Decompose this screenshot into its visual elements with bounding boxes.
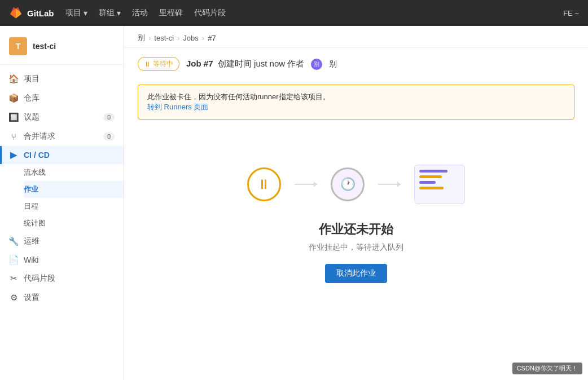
- sidebar-item-wiki-label: Wiki: [24, 255, 38, 264]
- nav-groups[interactable]: 群组 ▾: [99, 8, 121, 18]
- sidebar-item-snippets[interactable]: ✂ 代码片段: [0, 269, 124, 288]
- sidebar-item-repo-label: 仓库: [24, 93, 40, 103]
- warning-box: 此作业被卡住，因为没有任何活动runner指定给该项目。 转到 Runners …: [138, 85, 574, 120]
- illus-line-4: [419, 187, 444, 189]
- chevron-down-icon: ▾: [84, 8, 87, 17]
- layout: T test-ci 🏠 项目 📦 仓库 🔲 议题 0 ⑂ 合并请求 0: [0, 26, 588, 380]
- snippets-icon: ✂: [9, 274, 18, 283]
- sidebar-cicd-subitems: 流水线 作业 日程 统计图: [0, 164, 124, 232]
- sidebar-item-jobs[interactable]: 作业: [24, 181, 124, 198]
- watermark: CSDN@你欠了明天！: [512, 363, 582, 374]
- breadcrumb-sep-1: ›: [148, 34, 151, 42]
- cicd-icon: ▶: [9, 151, 18, 160]
- illus-connector-2: [378, 184, 401, 185]
- sidebar-item-snippets-label: 代码片段: [24, 273, 55, 284]
- sidebar-item-issues[interactable]: 🔲 议题 0: [0, 108, 124, 127]
- sidebar-item-ops[interactable]: 🔧 运维: [0, 232, 124, 251]
- sidebar-item-repo[interactable]: 📦 仓库: [0, 89, 124, 108]
- runners-link[interactable]: 转到 Runners 页面: [147, 103, 208, 111]
- sidebar-item-cicd-label: CI / CD: [24, 151, 50, 160]
- repo-icon: 📦: [9, 94, 18, 103]
- nav-groups-label: 群组: [99, 8, 115, 18]
- fe-label: FE ~: [563, 9, 579, 17]
- nav-activity-label: 活动: [132, 8, 148, 18]
- breadcrumb-sep-3: ›: [202, 34, 204, 42]
- job-created-label: 创建时间: [218, 59, 252, 68]
- nav-snippets-label: 代码片段: [194, 8, 226, 18]
- breadcrumb-item-current: #7: [208, 34, 216, 42]
- nav-milestones[interactable]: 里程碑: [159, 8, 183, 18]
- nav-milestones-label: 里程碑: [159, 8, 183, 18]
- settings-icon: ⚙: [9, 293, 18, 302]
- sidebar-item-mergerequests[interactable]: ⑂ 合并请求 0: [0, 127, 124, 146]
- project-name: test-ci: [33, 42, 56, 51]
- illustration-icons: ⏸ 🕐: [247, 165, 465, 204]
- sidebar-section: 🏠 项目 📦 仓库 🔲 议题 0 ⑂ 合并请求 0 ▶ CI /: [0, 65, 124, 312]
- illus-list-card: [414, 165, 465, 204]
- illus-line-2: [419, 175, 442, 178]
- job-created-time: just now: [254, 59, 285, 68]
- nav-activity[interactable]: 活动: [132, 8, 148, 18]
- mergerequests-icon: ⑂: [9, 132, 18, 141]
- sidebar: T test-ci 🏠 项目 📦 仓库 🔲 议题 0 ⑂ 合并请求 0: [0, 26, 124, 380]
- job-status-subtitle: 作业挂起中，等待进入队列: [309, 242, 403, 253]
- job-id: #7: [204, 59, 213, 68]
- cancel-job-button[interactable]: 取消此作业: [325, 264, 387, 283]
- nav-projects-label: 项目: [65, 8, 81, 18]
- breadcrumb-item-root[interactable]: 别: [138, 33, 145, 43]
- illus-pause-circle: ⏸: [247, 167, 281, 201]
- author-name: 别: [329, 59, 337, 69]
- sidebar-item-ops-label: 运维: [24, 236, 40, 246]
- sidebar-item-project-label: 项目: [24, 74, 40, 84]
- sidebar-item-schedules-label: 日程: [24, 201, 38, 211]
- job-illustration: ⏸ 🕐 作业还未开始 作业挂起中，等待进入队列 取消此作业: [124, 153, 588, 283]
- gitlab-logo[interactable]: GitLab: [9, 6, 54, 20]
- breadcrumb-sep-2: ›: [177, 34, 179, 42]
- breadcrumb-item-project[interactable]: test-ci: [154, 34, 174, 42]
- sidebar-project: T test-ci: [0, 32, 124, 65]
- avatar: T: [9, 37, 27, 55]
- warning-text: 此作业被卡住，因为没有任何活动runner指定给该项目。: [147, 92, 330, 101]
- ops-icon: 🔧: [9, 237, 18, 246]
- author-avatar: 别: [311, 59, 322, 70]
- illus-clock-circle: 🕐: [331, 167, 365, 201]
- issues-badge: 0: [103, 113, 115, 121]
- sidebar-item-settings-label: 设置: [24, 293, 40, 303]
- sidebar-item-settings[interactable]: ⚙ 设置: [0, 288, 124, 307]
- sidebar-item-pipelines-label: 流水线: [24, 167, 46, 178]
- job-header: ⏸ 等待中 Job #7 创建时间 just now 作者 别 别: [124, 48, 588, 80]
- sidebar-item-cicd-section: ▶ CI / CD 流水线 作业 日程 统计图: [0, 146, 124, 232]
- illus-line-1: [419, 170, 447, 173]
- chevron-down-icon: ▾: [117, 8, 121, 17]
- gitlab-wordmark: GitLab: [27, 8, 54, 18]
- illus-pause-icon: ⏸: [257, 176, 271, 192]
- nav-projects[interactable]: 项目 ▾: [65, 8, 87, 18]
- status-badge-label: 等待中: [153, 59, 173, 69]
- breadcrumb-item-jobs[interactable]: Jobs: [183, 34, 198, 42]
- main-content: 别 › test-ci › Jobs › #7 ⏸ 等待中 Job #7 创建时…: [124, 26, 588, 380]
- sidebar-item-issues-label: 议题: [24, 112, 40, 122]
- pause-icon: ⏸: [144, 60, 151, 68]
- sidebar-item-charts-label: 统计图: [24, 218, 46, 228]
- clock-icon: 🕐: [340, 177, 356, 192]
- illus-connector-1: [295, 184, 317, 185]
- sidebar-item-mergerequests-label: 合并请求: [24, 131, 55, 142]
- sidebar-item-cicd[interactable]: ▶ CI / CD: [0, 146, 124, 164]
- topnav: GitLab 项目 ▾ 群组 ▾ 活动 里程碑 代码片段 FE ~: [0, 0, 588, 26]
- sidebar-item-charts[interactable]: 统计图: [24, 215, 124, 232]
- illus-line-3: [419, 181, 436, 184]
- home-icon: 🏠: [9, 74, 18, 83]
- job-title: Job #7 创建时间 just now 作者: [186, 59, 304, 69]
- job-status-title: 作业还未开始: [319, 221, 393, 238]
- wiki-icon: 📄: [9, 255, 18, 264]
- sidebar-item-schedules[interactable]: 日程: [24, 198, 124, 215]
- nav-snippets[interactable]: 代码片段: [194, 8, 226, 18]
- mergerequests-badge: 0: [103, 132, 115, 140]
- sidebar-item-project[interactable]: 🏠 项目: [0, 69, 124, 89]
- breadcrumb: 别 › test-ci › Jobs › #7: [124, 26, 588, 48]
- status-badge: ⏸ 等待中: [138, 57, 179, 71]
- issues-icon: 🔲: [9, 113, 18, 122]
- sidebar-item-pipelines[interactable]: 流水线: [24, 164, 124, 181]
- job-author-prefix: 作者: [287, 59, 304, 68]
- sidebar-item-wiki[interactable]: 📄 Wiki: [0, 251, 124, 269]
